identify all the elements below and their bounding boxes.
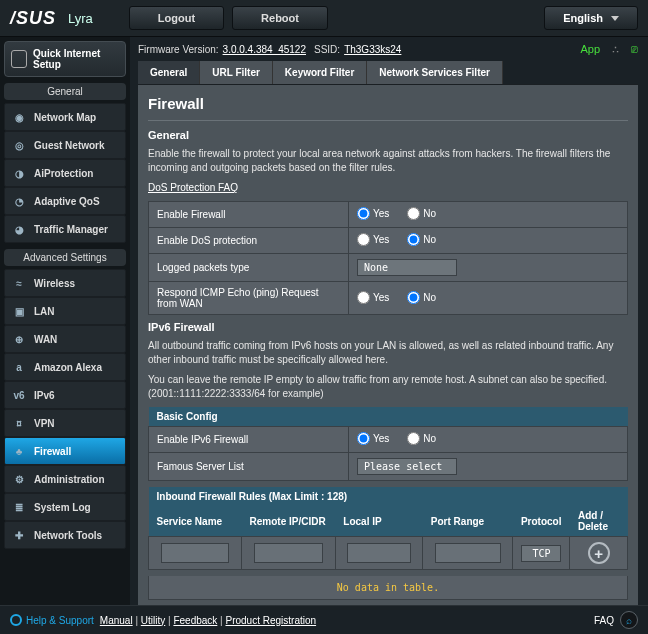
row-label: Famous Server List — [149, 453, 349, 481]
section-general-head: General — [148, 129, 628, 141]
port-range-input[interactable] — [435, 543, 501, 563]
help-icon — [10, 614, 22, 626]
radio-no[interactable]: No — [407, 291, 436, 304]
add-rule-button[interactable]: + — [588, 542, 610, 564]
row-control: Please select — [349, 453, 628, 481]
sidebar-item-adaptive-qos[interactable]: ◔Adaptive QoS — [4, 187, 126, 215]
nav-label: System Log — [34, 502, 91, 513]
nav-icon: ✚ — [11, 527, 27, 543]
sidebar-item-system-log[interactable]: ≣System Log — [4, 493, 126, 521]
nav-icon: ♣ — [11, 443, 27, 459]
radio-yes[interactable]: Yes — [357, 291, 389, 304]
remote-ip-input[interactable] — [254, 543, 323, 563]
tab-network-services-filter[interactable]: Network Services Filter — [367, 61, 503, 84]
sidebar-item-vpn[interactable]: ¤VPN — [4, 409, 126, 437]
fw-version-label: Firmware Version: — [138, 44, 219, 55]
basic-config-table: Basic Config Enable IPv6 Firewall Yes No… — [148, 407, 628, 481]
select-logged-packets-type[interactable]: None — [357, 259, 457, 276]
sidebar-item-firewall[interactable]: ♣Firewall — [4, 437, 126, 465]
reboot-button[interactable]: Reboot — [232, 6, 328, 30]
status-icon[interactable]: ⎚ — [631, 43, 638, 55]
sidebar-heading-general: General — [4, 83, 126, 100]
footer-link-product-registration[interactable]: Product Registration — [225, 615, 316, 626]
nav-icon: ⊕ — [11, 331, 27, 347]
general-config-table: Enable Firewall Yes NoEnable DoS protect… — [148, 201, 628, 315]
service-name-input[interactable] — [161, 543, 229, 563]
sidebar-item-wan[interactable]: ⊕WAN — [4, 325, 126, 353]
sidebar-item-guest-network[interactable]: ◎Guest Network — [4, 131, 126, 159]
sidebar-item-administration[interactable]: ⚙Administration — [4, 465, 126, 493]
ssid-link[interactable]: Th3G33ks24 — [344, 44, 401, 55]
row-control: None — [349, 254, 628, 282]
sidebar-item-network-tools[interactable]: ✚Network Tools — [4, 521, 126, 549]
nav-icon: ◉ — [11, 109, 27, 125]
tab-bar: GeneralURL FilterKeyword FilterNetwork S… — [138, 61, 638, 85]
radio-no[interactable]: No — [407, 207, 436, 220]
row-label: Enable IPv6 Firewall — [149, 427, 349, 453]
language-label: English — [563, 12, 603, 24]
tab-url-filter[interactable]: URL Filter — [200, 61, 273, 84]
nav-icon: ≣ — [11, 499, 27, 515]
row-label: Logged packets type — [149, 254, 349, 282]
quick-internet-setup[interactable]: Quick Internet Setup — [4, 41, 126, 77]
row-label: Enable DoS protection — [149, 228, 349, 254]
col-head: Port Range — [423, 506, 513, 537]
dos-faq-link[interactable]: DoS Protection FAQ — [148, 182, 238, 193]
app-link[interactable]: App — [580, 43, 600, 55]
nav-label: VPN — [34, 418, 55, 429]
radio-no[interactable]: No — [407, 233, 436, 246]
sidebar-item-traffic-manager[interactable]: ◕Traffic Manager — [4, 215, 126, 243]
radio-no[interactable]: No — [407, 432, 436, 445]
nav-label: WAN — [34, 334, 57, 345]
footer-link-utility[interactable]: Utility — [141, 615, 165, 626]
footer: Help & Support Manual | Utility | Feedba… — [0, 605, 648, 634]
local-ip-input[interactable] — [347, 543, 410, 563]
radio-yes[interactable]: Yes — [357, 207, 389, 220]
tab-keyword-filter[interactable]: Keyword Filter — [273, 61, 367, 84]
col-head: Protocol — [513, 506, 570, 537]
product-name: Lyra — [68, 11, 93, 26]
nav-label: Traffic Manager — [34, 224, 108, 235]
sidebar-item-ipv6[interactable]: v6IPv6 — [4, 381, 126, 409]
nav-icon: ◕ — [11, 221, 27, 237]
col-head: Local IP — [335, 506, 423, 537]
ipv6-head: IPv6 Firewall — [148, 321, 628, 333]
brand-logo: /SUS — [10, 8, 56, 29]
rules-empty: No data in table. — [148, 576, 628, 600]
nav-label: IPv6 — [34, 390, 55, 401]
chevron-down-icon — [611, 16, 619, 21]
footer-link-feedback[interactable]: Feedback — [173, 615, 217, 626]
users-icon[interactable]: ⛬ — [610, 43, 621, 55]
language-select[interactable]: English — [544, 6, 638, 30]
select-famous-server-list[interactable]: Please select — [357, 458, 457, 475]
protocol-select[interactable]: TCP — [521, 545, 561, 562]
fw-version-link[interactable]: 3.0.0.4.384_45122 — [223, 44, 306, 55]
nav-icon: ¤ — [11, 415, 27, 431]
radio-yes[interactable]: Yes — [357, 432, 389, 445]
rules-table: Inbound Firewall Rules (Max Limit : 128)… — [148, 487, 628, 570]
basic-config-head: Basic Config — [149, 407, 628, 427]
row-control: Yes No — [349, 228, 628, 254]
nav-icon: ◑ — [11, 165, 27, 181]
sidebar-item-network-map[interactable]: ◉Network Map — [4, 103, 126, 131]
section-general-desc: Enable the firewall to protect your loca… — [148, 147, 628, 175]
nav-label: LAN — [34, 306, 55, 317]
tab-general[interactable]: General — [138, 61, 200, 84]
search-icon[interactable]: ⌕ — [620, 611, 638, 629]
col-head: Add / Delete — [570, 506, 628, 537]
radio-yes[interactable]: Yes — [357, 233, 389, 246]
footer-link-manual[interactable]: Manual — [100, 615, 133, 626]
row-label: Enable Firewall — [149, 202, 349, 228]
main-content: Firmware Version: 3.0.0.4.384_45122 SSID… — [130, 37, 648, 605]
nav-icon: ▣ — [11, 303, 27, 319]
sidebar-item-wireless[interactable]: ≈Wireless — [4, 269, 126, 297]
sidebar-item-aiprotection[interactable]: ◑AiProtection — [4, 159, 126, 187]
nav-label: Amazon Alexa — [34, 362, 102, 373]
col-head: Service Name — [149, 506, 242, 537]
sidebar-item-amazon-alexa[interactable]: aAmazon Alexa — [4, 353, 126, 381]
nav-icon: ≈ — [11, 275, 27, 291]
faq-link[interactable]: FAQ — [594, 615, 614, 626]
logout-button[interactable]: Logout — [129, 6, 224, 30]
nav-label: Adaptive QoS — [34, 196, 100, 207]
sidebar-item-lan[interactable]: ▣LAN — [4, 297, 126, 325]
